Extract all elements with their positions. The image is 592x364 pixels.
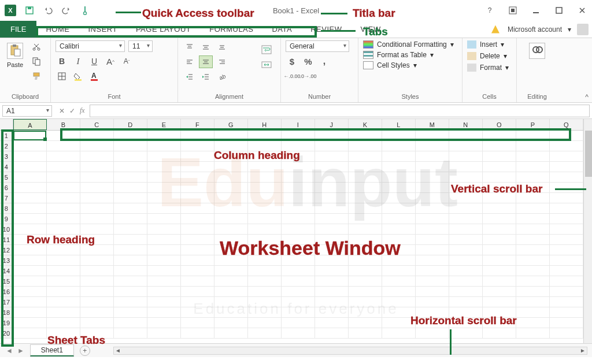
cell[interactable] — [13, 203, 47, 214]
column-header-A[interactable]: A — [13, 119, 47, 130]
row-header-7[interactable]: 7 — [0, 193, 13, 203]
column-header-P[interactable]: P — [516, 119, 550, 130]
cell[interactable] — [349, 235, 382, 245]
cell[interactable] — [47, 287, 80, 297]
cell[interactable] — [349, 255, 382, 266]
cell[interactable] — [516, 235, 550, 245]
cell[interactable] — [449, 151, 483, 162]
cell[interactable] — [315, 307, 349, 318]
cell[interactable] — [114, 131, 147, 141]
cell[interactable] — [80, 266, 114, 276]
cell[interactable] — [248, 307, 282, 318]
cell[interactable] — [147, 151, 181, 162]
underline-button[interactable]: U — [88, 55, 101, 67]
cell[interactable] — [282, 162, 315, 172]
cell[interactable] — [47, 131, 80, 141]
cell[interactable] — [550, 151, 583, 162]
cell[interactable] — [315, 214, 349, 224]
paste-button[interactable]: Paste — [5, 40, 25, 70]
cell[interactable] — [13, 172, 47, 183]
save-icon[interactable] — [24, 5, 35, 16]
help-icon[interactable]: ? — [484, 5, 495, 16]
cell[interactable] — [147, 318, 181, 328]
cell[interactable] — [13, 151, 47, 162]
cell[interactable] — [248, 151, 282, 162]
cell[interactable] — [114, 172, 147, 183]
cell[interactable] — [47, 276, 80, 287]
cell[interactable] — [416, 328, 449, 339]
cell[interactable] — [315, 255, 349, 266]
cell[interactable] — [483, 193, 516, 203]
cell[interactable] — [80, 235, 114, 245]
cell[interactable] — [449, 131, 483, 141]
cell[interactable] — [416, 162, 449, 172]
cell[interactable] — [349, 266, 382, 276]
cell[interactable] — [114, 287, 147, 297]
cell[interactable] — [147, 141, 181, 151]
cell[interactable] — [382, 276, 416, 287]
cell[interactable] — [516, 131, 550, 141]
tab-formulas[interactable]: FORMULAS — [200, 21, 262, 38]
row-header-13[interactable]: 13 — [0, 255, 13, 266]
cell[interactable] — [248, 287, 282, 297]
cell[interactable] — [282, 318, 315, 328]
cell[interactable] — [13, 162, 47, 172]
cell[interactable] — [13, 235, 47, 245]
cell[interactable] — [349, 307, 382, 318]
cell[interactable] — [282, 141, 315, 151]
cell[interactable] — [181, 172, 214, 183]
cell[interactable] — [181, 287, 214, 297]
cell[interactable] — [550, 276, 583, 287]
cell[interactable] — [114, 235, 147, 245]
enter-formula-icon[interactable]: ✓ — [69, 107, 75, 115]
fill-color-icon[interactable] — [72, 70, 84, 82]
formula-input[interactable] — [90, 105, 590, 117]
cell[interactable] — [315, 162, 349, 172]
row-header-1[interactable]: 1 — [0, 131, 13, 141]
cell[interactable] — [147, 266, 181, 276]
cell[interactable] — [483, 172, 516, 183]
cell[interactable] — [114, 307, 147, 318]
cell[interactable] — [416, 141, 449, 151]
add-sheet-button[interactable]: + — [80, 346, 90, 356]
cell[interactable] — [382, 255, 416, 266]
cell[interactable] — [550, 141, 583, 151]
cell[interactable] — [214, 266, 248, 276]
cell[interactable] — [516, 162, 550, 172]
cell[interactable] — [282, 131, 315, 141]
cell[interactable] — [214, 193, 248, 203]
cell[interactable] — [114, 318, 147, 328]
cell[interactable] — [382, 235, 416, 245]
cell[interactable] — [13, 255, 47, 266]
insert-cells-button[interactable]: Insert ▾ — [467, 40, 504, 49]
cell[interactable] — [282, 172, 315, 183]
cell[interactable] — [80, 162, 114, 172]
cell[interactable] — [483, 183, 516, 193]
cell[interactable] — [47, 224, 80, 235]
cell[interactable] — [315, 224, 349, 235]
cell[interactable] — [483, 255, 516, 266]
cell[interactable] — [416, 183, 449, 193]
cell[interactable] — [47, 255, 80, 266]
cell[interactable] — [147, 276, 181, 287]
row-header-2[interactable]: 2 — [0, 141, 13, 151]
cell[interactable] — [315, 183, 349, 193]
cell[interactable] — [516, 245, 550, 255]
cell[interactable] — [516, 151, 550, 162]
cell[interactable] — [147, 203, 181, 214]
cell[interactable] — [181, 183, 214, 193]
cell[interactable] — [80, 172, 114, 183]
cell[interactable] — [315, 131, 349, 141]
cell[interactable] — [80, 141, 114, 151]
cell[interactable] — [80, 214, 114, 224]
cell[interactable] — [315, 141, 349, 151]
font-color-icon[interactable]: A — [88, 70, 101, 82]
cell[interactable] — [214, 131, 248, 141]
cell[interactable] — [382, 183, 416, 193]
cell[interactable] — [550, 224, 583, 235]
cell[interactable] — [47, 328, 80, 339]
row-header-6[interactable]: 6 — [0, 183, 13, 193]
cell[interactable] — [516, 276, 550, 287]
cell[interactable] — [416, 235, 449, 245]
cell[interactable] — [382, 318, 416, 328]
